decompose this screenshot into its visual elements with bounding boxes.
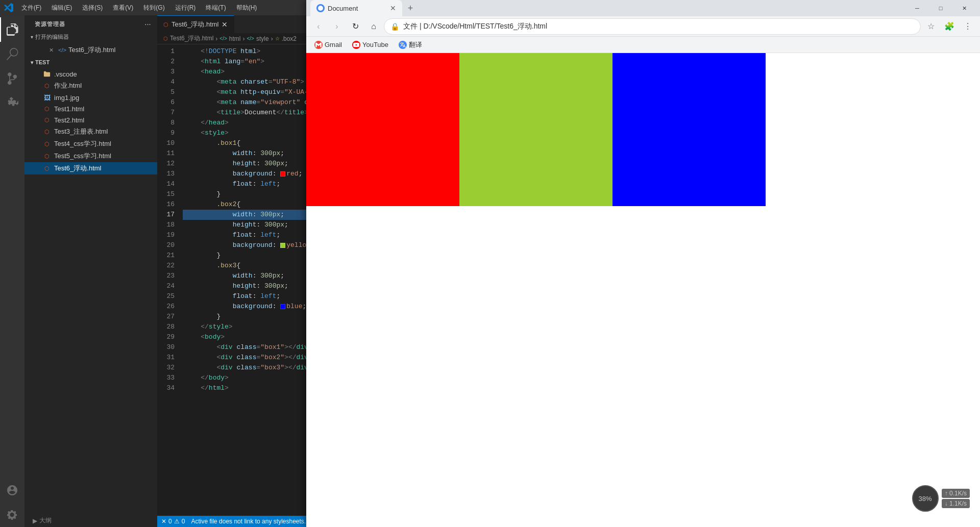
vscode-icon [4,3,13,12]
bookmark-translate[interactable]: 翻译 [395,38,426,52]
reload-button[interactable]: ↻ [347,18,363,35]
browser-action-buttons: ☆ 🧩 ⋮ [923,18,976,35]
upload-speed: ↑ 0.1K/s [942,489,970,498]
menu-bar: 文件(F) 编辑(E) 选择(S) 查看(V) 转到(G) 运行(R) 终端(T… [17,3,261,13]
activity-source-control[interactable] [0,66,24,91]
speed-circle: 38% [912,485,939,512]
project-section[interactable]: ▾ TEST [24,56,157,68]
breadcrumb-style-icon: </> [247,36,254,41]
bookmark-star-button[interactable]: ☆ [923,18,939,35]
activity-bar [0,15,24,527]
demo-boxes [306,53,766,206]
menu-goto[interactable]: 转到(G) [139,3,168,13]
box1-red [306,53,459,206]
line-numbers: 1 2 3 4 5 6 7 8 9 10 11 12 13 14 15 16 1 [157,46,183,514]
box3-blue [612,53,766,206]
activity-search[interactable] [0,42,24,66]
forward-button[interactable]: › [329,18,345,35]
menu-file[interactable]: 文件(F) [17,3,45,13]
speed-indicator: 38% ↑ 0.1K/s ↓ 1.1K/s [912,485,970,512]
open-editor-file[interactable]: ✕ </> Test6_浮动.html [24,44,157,56]
sidebar-item-zuoye[interactable]: ⬡ 作业.html [24,80,157,92]
youtube-icon [352,41,360,49]
project-collapse-icon: ▾ [31,60,33,65]
browser-close-button[interactable]: ✕ [952,15,976,16]
sidebar-item-test3[interactable]: ⬡ Test3_注册表.html [24,126,157,138]
status-left: ✕ 0 ⚠ 0 Active file does not link to any… [161,518,309,525]
activity-extensions[interactable] [0,91,24,115]
menu-select[interactable]: 选择(S) [78,3,107,13]
html-file-icon-6: ⬡ [43,152,51,160]
tab-close-button[interactable]: ✕ [222,20,228,29]
breadcrumb-class-icon: ☆ [275,36,280,41]
bookmark-gmail[interactable]: Gmail [310,39,346,51]
html-tag-icon: </> [58,47,66,53]
sidebar-footer [24,502,157,514]
warning-icon: ⚠ [174,518,180,525]
menu-edit[interactable]: 编辑(E) [47,3,76,13]
html-file-icon: ⬡ [43,82,51,90]
menu-terminal[interactable]: 终端(T) [202,3,230,13]
collapse-icon: ▾ [31,34,33,40]
editor-tab-test6[interactable]: ⬡ Test6_浮动.html ✕ [157,15,234,33]
open-editors-section[interactable]: ▾ 打开的编辑器 [24,30,157,44]
gmail-icon [314,41,323,49]
browser-window-controls: ─ □ ✕ [905,15,976,16]
download-speed: ↓ 1.1K/s [942,499,970,508]
breadcrumb-html-icon: </> [219,36,227,41]
image-file-icon: 🖼 [43,93,51,102]
sidebar-more-button[interactable]: ··· [145,21,151,28]
html-file-icon-5: ⬡ [43,140,51,148]
browser-menu-button[interactable]: ⋮ [960,18,976,35]
breadcrumb-box2[interactable]: ☆ .box2 [275,35,297,42]
address-bar[interactable]: 🔒 文件 | D:/VScode/Html/TEST/Test6_浮动.html [384,18,921,35]
sidebar-item-test5[interactable]: ⬡ Test5_css学习.html [24,150,157,162]
tab-html-icon: ⬡ [163,21,168,28]
sidebar-item-img[interactable]: 🖼 img1.jpg [24,92,157,103]
activity-settings[interactable] [0,503,24,527]
lock-icon: 🔒 [390,22,399,31]
breadcrumb-file-icon: ⬡ [163,36,168,41]
speed-values: ↑ 0.1K/s ↓ 1.1K/s [942,489,970,508]
sidebar-item-test4[interactable]: ⬡ Test4_css学习.html [24,138,157,150]
html-file-icon-7: ⬡ [43,164,51,172]
address-text: 文件 | D:/VScode/Html/TEST/Test6_浮动.html [403,22,914,31]
sidebar-item-test6[interactable]: ⬡ Test6_浮动.html [24,162,157,174]
breadcrumb-file[interactable]: ⬡ Test6_浮动.html [163,34,213,43]
browser-toolbar: ‹ › ↻ ⌂ 🔒 文件 | D:/VScode/Html/TEST/Test6… [306,16,980,37]
box2-yellowgreen [459,53,612,206]
close-file-icon[interactable]: ✕ [47,46,55,54]
upload-icon: ↑ [945,490,949,497]
browser-content [306,53,980,527]
sidebar-item-test2[interactable]: ⬡ Test2.html [24,114,157,126]
menu-view[interactable]: 查看(V) [109,3,137,13]
bookmark-youtube[interactable]: YouTube [348,39,393,51]
extensions-browser-button[interactable]: 🧩 [941,18,958,35]
sidebar-item-vscode[interactable]: .vscode [24,68,157,80]
activity-account[interactable] [0,478,24,503]
html-file-icon-2: ⬡ [43,105,51,113]
menu-help[interactable]: 帮助(H) [232,3,261,13]
browser-window: Document ✕ + ─ □ ✕ ‹ › ↻ ⌂ 🔒 [306,15,980,527]
html-file-icon-3: ⬡ [43,116,51,124]
breadcrumb-sep-1: › [215,35,217,42]
browser-maximize-button[interactable]: □ [929,15,952,16]
breadcrumb-html[interactable]: </> html [219,35,240,42]
breadcrumb-sep-2: › [243,35,245,42]
sidebar-header: 资源管理器 ··· [24,15,157,30]
browser-minimize-button[interactable]: ─ [905,15,929,16]
sidebar: 资源管理器 ··· ▾ 打开的编辑器 ✕ </> Test6_浮动.html ▾… [24,15,157,527]
activity-explorer[interactable] [0,17,24,42]
menu-run[interactable]: 运行(R) [171,3,200,13]
home-button[interactable]: ⌂ [365,18,382,35]
outline-label[interactable]: ▶ 大纲 [24,514,157,527]
error-count[interactable]: ✕ 0 ⚠ 0 [161,518,185,525]
translate-icon [399,41,407,49]
html-file-icon-4: ⬡ [43,128,51,136]
back-button[interactable]: ‹ [310,18,327,35]
folder-icon [43,70,51,78]
download-icon: ↓ [945,500,949,507]
sidebar-item-test1[interactable]: ⬡ Test1.html [24,103,157,114]
breadcrumb-style[interactable]: </> style [247,35,269,42]
status-message: Active file does not link to any stylesh… [191,518,309,525]
